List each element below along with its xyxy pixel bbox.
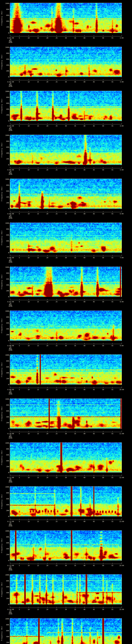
y-axis-label: Frequency (Hz) xyxy=(1,626,2,641)
y-tick-label: 600 xyxy=(0,322,9,324)
spectrogram-stack: Frequency (Hz)02004006008001000510152025… xyxy=(0,0,132,644)
x-tick-label: 10 xyxy=(24,433,33,434)
x-tick-label: 50 xyxy=(99,345,107,346)
x-tick-label: 10 xyxy=(24,37,33,39)
date-label: 26 May 2016 xyxy=(5,259,16,263)
x-tick-label: 20 xyxy=(43,169,52,171)
x-tick-label: 50 xyxy=(99,37,107,39)
y-tick-label: 600 xyxy=(0,102,9,104)
x-tick-label: 15 xyxy=(34,169,42,171)
x-tick-label: 50 xyxy=(99,521,107,522)
x-tick-label: 50 xyxy=(99,609,107,610)
x-tick-label: 45 xyxy=(90,521,98,522)
x-tick-label: 25 xyxy=(52,125,61,127)
x-tick-label: 40 xyxy=(80,609,88,610)
date-label: 26 May 2016 xyxy=(5,127,16,131)
x-tick-label: 25 xyxy=(52,169,61,171)
y-tick-label: 1000 xyxy=(0,178,9,180)
x-tick-label: 10 xyxy=(24,477,33,478)
y-axis-label: Frequency (Hz) xyxy=(1,230,2,245)
x-tick-label: 10 xyxy=(24,609,33,610)
x-tick-label: 15 xyxy=(34,213,42,214)
x-tick-label: 30 xyxy=(62,37,70,39)
x-tick-label: 40 xyxy=(80,521,88,522)
y-tick-label: 200 xyxy=(0,510,9,511)
y-tick-label: 600 xyxy=(0,454,9,456)
y-axis-label: Frequency (Hz) xyxy=(1,98,2,113)
x-tick-label: 30 xyxy=(62,433,70,434)
x-tick-label: 35 xyxy=(71,81,79,83)
spectrogram-panel: Frequency (Hz)02004006008001000510152025… xyxy=(0,572,132,616)
y-axis-label: Frequency (Hz) xyxy=(1,582,2,597)
x-tick-label: 20 xyxy=(43,477,52,478)
x-tick-label: 15 xyxy=(34,257,42,258)
x-tick-label: 15 xyxy=(34,565,42,566)
y-tick-label: 0 xyxy=(0,164,9,166)
x-tick-label: 50 xyxy=(99,565,107,566)
y-tick-label: 1000 xyxy=(0,47,9,48)
x-tick-label: 30 xyxy=(62,521,70,522)
y-tick-label: 0 xyxy=(0,340,9,342)
x-tick-label: 20 xyxy=(43,345,52,346)
y-tick-label: 400 xyxy=(0,548,9,550)
y-tick-label: 0 xyxy=(0,32,9,34)
x-tick-label: 55 xyxy=(108,609,116,610)
x-tick-label: 50 xyxy=(99,433,107,434)
y-tick-label: 800 xyxy=(0,9,9,10)
x-tick-label: 35 xyxy=(71,477,79,478)
x-tick-label: 20 xyxy=(43,125,52,127)
x-tick-label: 20 xyxy=(43,521,52,522)
date-label: 26 May 2016 xyxy=(5,171,16,175)
x-tick-label: 20 xyxy=(43,81,52,83)
x-axis-end-time-label: 6:00 xyxy=(116,213,127,214)
y-tick-label: 1000 xyxy=(0,222,9,224)
x-tick-label: 30 xyxy=(62,257,70,258)
x-tick-label: 55 xyxy=(108,565,116,566)
y-tick-label: 400 xyxy=(0,416,9,418)
x-tick-label: 50 xyxy=(99,125,107,127)
spectrogram-panel: Frequency (Hz)02004006008001000510152025… xyxy=(0,484,132,528)
x-tick-label: 50 xyxy=(99,257,107,258)
y-tick-label: 600 xyxy=(0,630,9,632)
y-axis-label: Frequency (Hz) xyxy=(1,318,2,333)
x-tick-label: 45 xyxy=(90,37,98,39)
x-tick-label: 30 xyxy=(62,477,70,478)
x-tick-label: 45 xyxy=(90,345,98,346)
y-tick-label: 0 xyxy=(0,428,9,430)
y-tick-label: 400 xyxy=(0,636,9,638)
y-tick-label: 200 xyxy=(0,26,9,28)
x-tick-label: 50 xyxy=(99,81,107,83)
x-tick-label: 40 xyxy=(80,169,88,171)
x-tick-label: 40 xyxy=(80,81,88,83)
x-tick-label: 55 xyxy=(108,169,116,171)
y-tick-label: 200 xyxy=(0,202,9,204)
x-tick-label: 45 xyxy=(90,609,98,610)
y-tick-label: 1000 xyxy=(0,398,9,400)
date-label: 26 May 2016 xyxy=(5,434,16,439)
y-tick-label: 800 xyxy=(0,448,9,450)
y-tick-label: 1000 xyxy=(0,574,9,576)
y-tick-label: 1000 xyxy=(0,310,9,312)
x-tick-label: 35 xyxy=(71,169,79,171)
y-axis-label: Frequency (Hz) xyxy=(1,362,2,377)
x-tick-label: 15 xyxy=(34,301,42,302)
y-tick-label: 800 xyxy=(0,228,9,230)
x-tick-label: 45 xyxy=(90,81,98,83)
y-tick-label: 600 xyxy=(0,586,9,588)
x-tick-label: 30 xyxy=(62,301,70,302)
y-axis-label: Frequency (Hz) xyxy=(1,54,2,69)
y-tick-label: 800 xyxy=(0,272,9,274)
x-tick-label: 20 xyxy=(43,37,52,39)
x-tick-label: 10 xyxy=(24,301,33,302)
x-axis-end-time-label: 5:00 xyxy=(116,169,127,171)
x-tick-label: 20 xyxy=(43,301,52,302)
y-tick-label: 0 xyxy=(0,560,9,561)
spectrogram-panel: Frequency (Hz)02004006008001000510152025… xyxy=(0,44,132,88)
spectrogram-panel: Frequency (Hz)02004006008001000510152025… xyxy=(0,220,132,264)
spectrogram-panel: Frequency (Hz)02004006008001000510152025… xyxy=(0,528,132,572)
y-tick-label: 200 xyxy=(0,290,9,292)
x-tick-label: 50 xyxy=(99,477,107,478)
spectrogram-panel: Frequency (Hz)02004006008001000510152025… xyxy=(0,352,132,396)
y-tick-label: 800 xyxy=(0,316,9,318)
x-tick-label: 20 xyxy=(43,389,52,390)
